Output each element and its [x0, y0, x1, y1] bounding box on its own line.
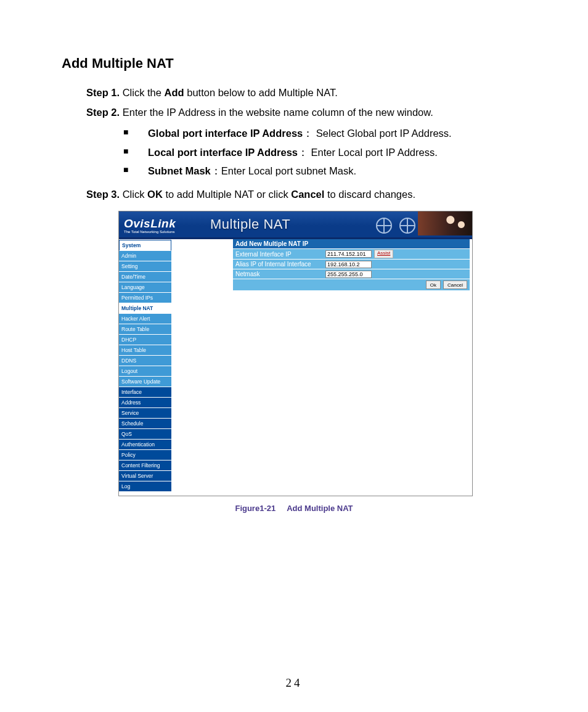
figure-number: Figure1-21 — [235, 504, 276, 513]
label-netmask: Netmask — [233, 269, 324, 279]
form-panel: Add New Multiple NAT IP External Interfa… — [233, 239, 472, 290]
sidebar-item-permitted-ips[interactable]: Permitted IPs — [119, 293, 171, 303]
figure-title: Add Multiple NAT — [287, 504, 353, 513]
label-alias-ip: Alias IP of Internal Interface — [233, 260, 324, 269]
globe-icon — [399, 218, 415, 234]
step-1-post: button below to add Multiple NAT. — [184, 87, 338, 98]
bullet-global-ip: Global port interface IP Address： Select… — [123, 124, 526, 143]
form-title: Add New Multiple NAT IP — [233, 239, 470, 248]
sidebar-item-software-update[interactable]: Software Update — [119, 377, 171, 387]
sidebar-item-dhcp[interactable]: DHCP — [119, 335, 171, 345]
bullet-global-ip-bold: Global port interface IP Address — [148, 128, 303, 139]
bullet-sep: ： — [211, 165, 221, 176]
bullet-subnet-mask-text: Enter Local port subnet Mask. — [221, 165, 356, 176]
input-alias-ip[interactable] — [325, 261, 372, 268]
brand-tagline: The Total Networking Solutions — [124, 230, 210, 234]
step-3-label: Step 3. — [86, 189, 120, 200]
bullet-local-ip-text: Enter Local port IP Address. — [311, 147, 438, 158]
globe-icons — [376, 218, 415, 234]
step-3-bold1: OK — [147, 189, 163, 200]
bullet-local-ip: Local port interface IP Address： Enter L… — [123, 143, 526, 162]
step-1-label: Step 1. — [86, 87, 120, 98]
nav-section-policy[interactable]: Policy — [119, 450, 171, 460]
brand-block: OvisLink The Total Networking Solutions — [119, 215, 210, 234]
sidebar-item-hacker-alert[interactable]: Hacker Alert — [119, 314, 171, 324]
brand-name: OvisLink — [124, 218, 210, 229]
assist-button[interactable]: Assist — [374, 250, 393, 258]
input-netmask[interactable] — [325, 271, 372, 278]
nav-section-service[interactable]: Service — [119, 408, 171, 419]
input-external-ip[interactable] — [325, 250, 372, 258]
sidebar-item-host-table[interactable]: Host Table — [119, 345, 171, 356]
sidebar-item-route-table[interactable]: Route Table — [119, 324, 171, 335]
sidebar-item-datetime[interactable]: Date/Time — [119, 272, 171, 282]
header-photo — [418, 211, 472, 235]
form-button-row: Ok Cancel — [233, 279, 470, 290]
sidebar-item-logout[interactable]: Logout — [119, 366, 171, 377]
nav-section-content-filtering[interactable]: Content Filtering — [119, 460, 171, 471]
sidebar-item-setting[interactable]: Setting — [119, 261, 171, 272]
globe-icon — [376, 218, 392, 234]
step-1-bold: Add — [165, 87, 184, 98]
nav-section-qos[interactable]: QoS — [119, 429, 171, 440]
cancel-button[interactable]: Cancel — [443, 280, 467, 289]
step-2: Step 2. Enter the IP Address in the webs… — [86, 105, 526, 121]
bullet-list: Global port interface IP Address： Select… — [123, 124, 526, 181]
sidebar-item-multiple-nat[interactable]: Multiple NAT — [119, 303, 171, 314]
nav-section-virtual-server[interactable]: Virtual Server — [119, 471, 171, 481]
step-3: Step 3. Click OK to add Multiple NAT or … — [86, 187, 526, 203]
step-3-bold2: Cancel — [291, 189, 324, 200]
screenshot-header-title: Multiple NAT — [210, 216, 290, 232]
nav-section-schedule[interactable]: Schedule — [119, 419, 171, 429]
left-nav: System Admin Setting Date/Time Language … — [119, 239, 171, 492]
form-row-external-ip: External Interface IP Assist — [233, 248, 470, 259]
step-1: Step 1. Click the Add button below to ad… — [86, 85, 526, 101]
label-external-ip: External Interface IP — [233, 250, 324, 259]
step-3-mid: to add Multiple NAT or click — [163, 189, 291, 200]
step-1-pre: Click the — [123, 87, 165, 98]
screenshot-window: OvisLink The Total Networking Solutions … — [118, 211, 473, 496]
bullet-local-ip-bold: Local port interface IP Address — [148, 147, 298, 158]
nav-section-system[interactable]: System — [119, 240, 171, 251]
bullet-sep: ： — [298, 147, 311, 158]
sidebar-item-admin[interactable]: Admin — [119, 251, 171, 261]
step-3-pre: Click — [123, 189, 147, 200]
page-title: Add Multiple NAT — [62, 55, 526, 72]
page-number: 24 — [0, 676, 588, 690]
form-row-alias-ip: Alias IP of Internal Interface — [233, 259, 470, 269]
sidebar-item-language[interactable]: Language — [119, 282, 171, 293]
figure-caption: Figure1-21Add Multiple NAT — [62, 504, 526, 513]
form-row-netmask: Netmask — [233, 269, 470, 279]
sidebar-item-ddns[interactable]: DDNS — [119, 356, 171, 366]
bullet-subnet-mask-bold: Subnet Mask — [148, 165, 211, 176]
screenshot-header: OvisLink The Total Networking Solutions … — [119, 211, 472, 239]
nav-section-log[interactable]: Log — [119, 481, 171, 492]
bullet-subnet-mask: Subnet Mask：Enter Local port subnet Mask… — [123, 162, 526, 181]
nav-section-interface[interactable]: Interface — [119, 387, 171, 398]
ok-button[interactable]: Ok — [426, 280, 441, 289]
step-3-post: to discard changes. — [324, 189, 415, 200]
nav-section-authentication[interactable]: Authentication — [119, 440, 171, 450]
bullet-sep: ： — [303, 128, 316, 139]
bullet-global-ip-text: Select Global port IP Address. — [316, 128, 452, 139]
nav-section-address[interactable]: Address — [119, 398, 171, 408]
step-2-text: Enter the IP Address in the website name… — [123, 107, 433, 118]
step-2-label: Step 2. — [86, 107, 120, 118]
